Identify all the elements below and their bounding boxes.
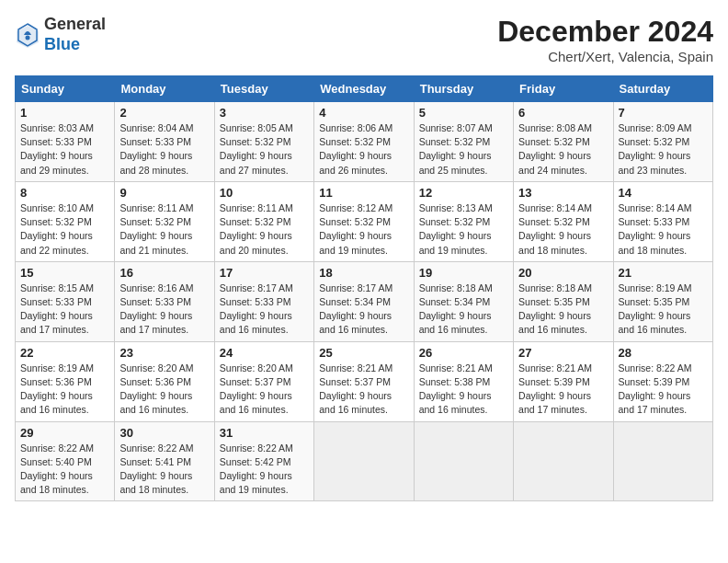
calendar-cell: 20Sunrise: 8:18 AMSunset: 5:35 PMDayligh… xyxy=(514,261,613,341)
calendar-cell xyxy=(414,421,513,501)
day-detail: Sunrise: 8:03 AMSunset: 5:33 PMDaylight:… xyxy=(20,121,109,178)
day-number: 3 xyxy=(220,106,309,120)
calendar-cell: 24Sunrise: 8:20 AMSunset: 5:37 PMDayligh… xyxy=(214,341,313,421)
day-number: 14 xyxy=(619,186,708,200)
calendar-week-3: 15Sunrise: 8:15 AMSunset: 5:33 PMDayligh… xyxy=(16,261,713,341)
day-number: 30 xyxy=(119,426,209,440)
calendar-week-1: 1Sunrise: 8:03 AMSunset: 5:33 PMDaylight… xyxy=(16,102,713,182)
day-number: 8 xyxy=(20,186,109,200)
calendar-week-2: 8Sunrise: 8:10 AMSunset: 5:32 PMDaylight… xyxy=(16,181,713,261)
calendar-cell: 11Sunrise: 8:12 AMSunset: 5:32 PMDayligh… xyxy=(314,181,414,261)
calendar-cell xyxy=(514,421,613,501)
logo-text: General Blue xyxy=(44,15,106,54)
calendar-title: December 2024 xyxy=(497,15,713,49)
day-detail: Sunrise: 8:20 AMSunset: 5:36 PMDaylight:… xyxy=(119,362,209,418)
day-number: 9 xyxy=(119,186,209,200)
svg-point-2 xyxy=(26,35,30,40)
day-detail: Sunrise: 8:15 AMSunset: 5:33 PMDaylight:… xyxy=(20,282,109,338)
day-detail: Sunrise: 8:11 AMSunset: 5:32 PMDaylight:… xyxy=(119,201,209,258)
calendar-cell: 7Sunrise: 8:09 AMSunset: 5:32 PMDaylight… xyxy=(613,102,712,182)
day-number: 22 xyxy=(20,346,109,360)
calendar-cell: 27Sunrise: 8:21 AMSunset: 5:39 PMDayligh… xyxy=(514,341,613,421)
calendar-cell: 12Sunrise: 8:13 AMSunset: 5:32 PMDayligh… xyxy=(414,181,513,261)
calendar-cell: 18Sunrise: 8:17 AMSunset: 5:34 PMDayligh… xyxy=(314,261,414,341)
day-detail: Sunrise: 8:19 AMSunset: 5:35 PMDaylight:… xyxy=(619,282,708,338)
calendar-cell: 5Sunrise: 8:07 AMSunset: 5:32 PMDaylight… xyxy=(414,102,513,182)
day-number: 13 xyxy=(518,186,608,200)
calendar-cell: 4Sunrise: 8:06 AMSunset: 5:32 PMDaylight… xyxy=(314,102,414,182)
calendar-cell: 14Sunrise: 8:14 AMSunset: 5:33 PMDayligh… xyxy=(613,181,712,261)
day-number: 28 xyxy=(619,346,708,360)
calendar-cell: 19Sunrise: 8:18 AMSunset: 5:34 PMDayligh… xyxy=(414,261,513,341)
day-detail: Sunrise: 8:22 AMSunset: 5:40 PMDaylight:… xyxy=(20,442,109,498)
day-number: 17 xyxy=(220,266,309,280)
day-number: 1 xyxy=(20,106,109,120)
day-detail: Sunrise: 8:11 AMSunset: 5:32 PMDaylight:… xyxy=(220,201,309,258)
calendar-cell: 15Sunrise: 8:15 AMSunset: 5:33 PMDayligh… xyxy=(16,261,115,341)
day-detail: Sunrise: 8:06 AMSunset: 5:32 PMDaylight:… xyxy=(319,121,408,178)
day-detail: Sunrise: 8:21 AMSunset: 5:39 PMDaylight:… xyxy=(518,362,608,418)
day-number: 16 xyxy=(119,266,209,280)
calendar-body: 1Sunrise: 8:03 AMSunset: 5:33 PMDaylight… xyxy=(16,102,713,501)
day-number: 29 xyxy=(20,426,109,440)
calendar-subtitle: Chert/Xert, Valencia, Spain xyxy=(497,49,713,64)
calendar-cell: 23Sunrise: 8:20 AMSunset: 5:36 PMDayligh… xyxy=(115,341,214,421)
day-number: 23 xyxy=(119,346,209,360)
calendar-cell: 31Sunrise: 8:22 AMSunset: 5:42 PMDayligh… xyxy=(214,421,313,501)
day-number: 20 xyxy=(518,266,608,280)
day-detail: Sunrise: 8:20 AMSunset: 5:37 PMDaylight:… xyxy=(220,362,309,418)
day-number: 25 xyxy=(319,346,408,360)
calendar-cell: 26Sunrise: 8:21 AMSunset: 5:38 PMDayligh… xyxy=(414,341,513,421)
day-number: 26 xyxy=(419,346,508,360)
day-detail: Sunrise: 8:10 AMSunset: 5:32 PMDaylight:… xyxy=(20,201,109,258)
calendar-cell: 6Sunrise: 8:08 AMSunset: 5:32 PMDaylight… xyxy=(514,102,613,182)
day-number: 27 xyxy=(518,346,608,360)
day-number: 2 xyxy=(119,106,209,120)
weekday-wednesday: Wednesday xyxy=(314,76,414,102)
logo-icon xyxy=(15,22,40,48)
calendar-cell: 10Sunrise: 8:11 AMSunset: 5:32 PMDayligh… xyxy=(214,181,313,261)
day-number: 10 xyxy=(220,186,309,200)
calendar-cell: 22Sunrise: 8:19 AMSunset: 5:36 PMDayligh… xyxy=(16,341,115,421)
calendar-cell: 28Sunrise: 8:22 AMSunset: 5:39 PMDayligh… xyxy=(613,341,712,421)
day-detail: Sunrise: 8:18 AMSunset: 5:34 PMDaylight:… xyxy=(419,282,508,338)
day-detail: Sunrise: 8:13 AMSunset: 5:32 PMDaylight:… xyxy=(419,201,508,258)
calendar-cell: 25Sunrise: 8:21 AMSunset: 5:37 PMDayligh… xyxy=(314,341,414,421)
day-detail: Sunrise: 8:08 AMSunset: 5:32 PMDaylight:… xyxy=(518,121,608,178)
day-number: 7 xyxy=(619,106,708,120)
calendar-cell: 16Sunrise: 8:16 AMSunset: 5:33 PMDayligh… xyxy=(115,261,214,341)
logo: General Blue xyxy=(15,15,106,54)
day-number: 24 xyxy=(220,346,309,360)
weekday-monday: Monday xyxy=(115,76,214,102)
weekday-header-row: SundayMondayTuesdayWednesdayThursdayFrid… xyxy=(16,76,713,102)
day-detail: Sunrise: 8:14 AMSunset: 5:33 PMDaylight:… xyxy=(619,201,708,258)
calendar-cell: 17Sunrise: 8:17 AMSunset: 5:33 PMDayligh… xyxy=(214,261,313,341)
weekday-tuesday: Tuesday xyxy=(214,76,313,102)
day-detail: Sunrise: 8:22 AMSunset: 5:39 PMDaylight:… xyxy=(619,362,708,418)
calendar-cell xyxy=(314,421,414,501)
day-detail: Sunrise: 8:09 AMSunset: 5:32 PMDaylight:… xyxy=(619,121,708,178)
calendar-table: SundayMondayTuesdayWednesdayThursdayFrid… xyxy=(15,75,713,501)
calendar-cell: 13Sunrise: 8:14 AMSunset: 5:32 PMDayligh… xyxy=(514,181,613,261)
day-number: 12 xyxy=(419,186,508,200)
day-number: 5 xyxy=(419,106,508,120)
day-detail: Sunrise: 8:04 AMSunset: 5:33 PMDaylight:… xyxy=(119,121,209,178)
day-detail: Sunrise: 8:21 AMSunset: 5:38 PMDaylight:… xyxy=(419,362,508,418)
calendar-cell: 1Sunrise: 8:03 AMSunset: 5:33 PMDaylight… xyxy=(16,102,115,182)
day-detail: Sunrise: 8:07 AMSunset: 5:32 PMDaylight:… xyxy=(419,121,508,178)
weekday-thursday: Thursday xyxy=(414,76,513,102)
page-header: General Blue December 2024 Chert/Xert, V… xyxy=(15,15,713,64)
day-number: 31 xyxy=(220,426,309,440)
calendar-cell xyxy=(613,421,712,501)
day-detail: Sunrise: 8:17 AMSunset: 5:34 PMDaylight:… xyxy=(319,282,408,338)
day-number: 19 xyxy=(419,266,508,280)
day-number: 6 xyxy=(518,106,608,120)
title-block: December 2024 Chert/Xert, Valencia, Spai… xyxy=(497,15,713,64)
calendar-cell: 2Sunrise: 8:04 AMSunset: 5:33 PMDaylight… xyxy=(115,102,214,182)
day-detail: Sunrise: 8:12 AMSunset: 5:32 PMDaylight:… xyxy=(319,201,408,258)
calendar-cell: 30Sunrise: 8:22 AMSunset: 5:41 PMDayligh… xyxy=(115,421,214,501)
day-number: 18 xyxy=(319,266,408,280)
calendar-week-4: 22Sunrise: 8:19 AMSunset: 5:36 PMDayligh… xyxy=(16,341,713,421)
day-detail: Sunrise: 8:17 AMSunset: 5:33 PMDaylight:… xyxy=(220,282,309,338)
calendar-cell: 21Sunrise: 8:19 AMSunset: 5:35 PMDayligh… xyxy=(613,261,712,341)
